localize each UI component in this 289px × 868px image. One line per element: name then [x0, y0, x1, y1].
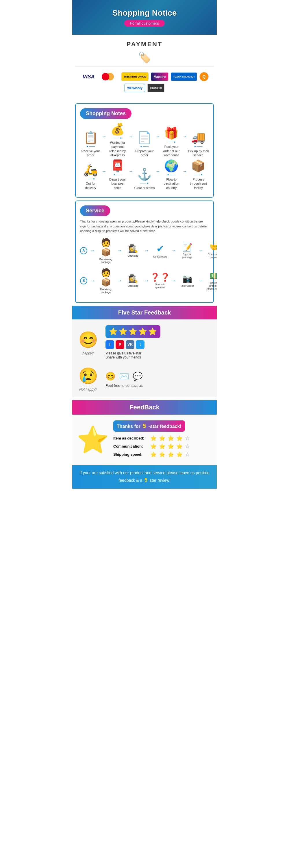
step-pack-order: 🎁 —— ● Pack your order at our warehouse [161, 127, 182, 157]
arrow-a-1: → [117, 248, 122, 254]
item-star-1: ⭐ [150, 435, 157, 441]
a-receive-icon: 🧑📦 [97, 238, 114, 257]
step-a-nodamage: ✔ No Damage [151, 243, 169, 258]
b-receive-icon: 🧑📦 [97, 268, 114, 287]
step-a-confirm: 🤝 Confirm the delivery [206, 243, 217, 259]
arrow-8: → [183, 169, 187, 174]
step-a-check: 🕵️ Checking [124, 244, 142, 257]
feedback2-right: Thanks for 5 -star feedback! Item as dec… [113, 421, 212, 460]
sad-label: Not happy? [77, 388, 100, 392]
bottom-num: 5 [145, 477, 147, 483]
arrow-a-3: → [171, 248, 176, 254]
step-b-receive: 🧑📦 Receiving package [97, 268, 114, 294]
sad-emoji-container: 😢 - - - - - Not happy? [77, 368, 100, 392]
pack-icon: 🎁 [164, 127, 179, 139]
prepare-icon: 📄 [137, 132, 152, 143]
item-rating-label: Item as decribed: [113, 436, 148, 440]
hero-subtitle: For all customers [124, 20, 165, 27]
arrow-5: → [102, 169, 106, 174]
step-b-refund: 💵 Confirm problem, refund money [206, 271, 217, 290]
star-4: ⭐ [138, 328, 147, 336]
star-2: ⭐ [119, 328, 128, 336]
chat-contact-icon[interactable]: 💬 [133, 372, 143, 381]
receive-icon: 📋 [83, 132, 98, 143]
sort-icon: 📦 [191, 160, 206, 172]
steps-row-2: 🛵 —— ● Out for delivery → 📮 ● —— Depart … [80, 160, 209, 190]
vk-icon[interactable]: VK [126, 340, 134, 349]
feedback-sad-row: 😢 - - - - - Not happy? 😊 ✉️ 💬 Feel free … [77, 368, 212, 392]
arrow-b-3: → [171, 278, 176, 284]
ship-star-3: ⭐ [168, 452, 174, 458]
a-confirm-icon: 🤝 [210, 243, 217, 252]
ship-star-1: ⭐ [150, 452, 157, 458]
facebook-icon[interactable]: f [106, 340, 114, 349]
a-sign-icon: 📝 [182, 243, 192, 252]
email-contact-icon[interactable]: ✉️ [119, 372, 129, 381]
rating-row-2: Communication: ⭐ ⭐ ⭐ ⭐ ☆ [113, 443, 212, 450]
b-receive-label: Receiving package [97, 288, 114, 294]
b-video-label: Take Videos [180, 284, 194, 287]
webmoney-logo: WebMoney [124, 84, 145, 92]
thanks-end: -star feedback! [149, 424, 181, 429]
step-b-video: 📷 Take Videos [179, 274, 196, 287]
a-receive-label: Receiveing package [97, 258, 114, 264]
arrow-a-4: → [198, 248, 204, 254]
feedback2-section: ⭐ Thanks for 5 -star feedback! Item as d… [72, 414, 217, 465]
item-star-3: ⭐ [168, 435, 174, 441]
comm-star-3: ⭐ [168, 443, 174, 450]
customs-icon: ⚓ [137, 168, 152, 180]
twitter-icon[interactable]: t [136, 340, 145, 349]
a-nodamage-icon: ✔ [156, 243, 164, 254]
thanks-num: 5 [143, 423, 146, 429]
western-union-logo: WESTERN UNION [121, 72, 149, 81]
ship-star-5-outline: ☆ [185, 452, 190, 458]
a-confirm-label: Confirm the delivery [206, 253, 217, 259]
mastercard-logo [99, 72, 119, 81]
ship-star-2: ⭐ [159, 452, 165, 458]
step-customs: ⚓ —— ● Clear customs [134, 168, 155, 190]
service-title: Service [80, 206, 110, 216]
arrow-7: → [156, 169, 160, 174]
arrow-b-start: → [89, 278, 95, 284]
pinterest-icon[interactable]: P [116, 340, 124, 349]
five-star-header: Five Star Feedback [72, 306, 217, 319]
item-star-5-outline: ☆ [185, 435, 190, 441]
sad-emoji: 😢 [77, 368, 100, 384]
rating-row-3: Shipping speed: ⭐ ⭐ ⭐ ⭐ ☆ [113, 452, 212, 458]
ship-rating-label: Shipping speed: [113, 452, 148, 457]
step-sort: 📦 —— ● Process through sort facility [188, 160, 209, 190]
b-video-icon: 📷 [182, 274, 192, 283]
step-flow: 🌍 ● —— Flow to destination country [161, 160, 182, 190]
happy-emoji-container: 😊 - - - - - happy? [77, 332, 100, 355]
arrow-a-start: → [89, 248, 95, 254]
waiting-icon: 💰 [110, 123, 125, 135]
step-depart: 📮 ● —— Depart your local post office [107, 160, 128, 190]
step-b-question: ❓❓ Goods in question [151, 273, 169, 289]
a-check-icon: 🕵️ [128, 244, 138, 253]
comm-star-2: ⭐ [159, 443, 165, 450]
visa-logo: VISA [80, 72, 97, 81]
arrow-2: → [129, 134, 133, 139]
shopping-notes-title: Shopping Notes [80, 108, 132, 119]
step-pickup: 🚚 ● —— Pck up by mail service [188, 132, 209, 157]
feedback-sad-right: 😊 ✉️ 💬 Feel free to contact us [106, 372, 212, 388]
shopping-notes-section: Shopping Notes 📋 ● —— Receive your order… [75, 103, 214, 197]
ship-star-4: ⭐ [176, 452, 183, 458]
star-5: ⭐ [148, 328, 157, 336]
arrow-a-2: → [144, 248, 149, 254]
step-depart-label: Depart your local post office [107, 177, 128, 190]
step-pack-label: Pack your order at our warehouse [161, 145, 182, 157]
item-star-2: ⭐ [159, 435, 165, 441]
please-text: Please give us five-star Share with your… [106, 351, 212, 359]
a-sign-label: Sign for package [179, 253, 196, 259]
maestro-logo: Maestro [151, 72, 168, 81]
hero-title: Shopping Notice [112, 8, 177, 18]
comm-star-1: ⭐ [150, 443, 157, 450]
smiley-contact-icon[interactable]: 😊 [106, 372, 116, 381]
item-star-4: ⭐ [176, 435, 183, 441]
step-prepare-order: 📄 ● —— Prepare your order [134, 132, 155, 157]
b-refund-label: Confirm problem, refund money [206, 281, 217, 290]
flow-icon: 🌍 [164, 160, 179, 172]
b-check-icon: 🕵️ [128, 274, 138, 283]
feedback-happy-right: ⭐ ⭐ ⭐ ⭐ ⭐ f P VK t Please give us five-s… [106, 325, 212, 362]
